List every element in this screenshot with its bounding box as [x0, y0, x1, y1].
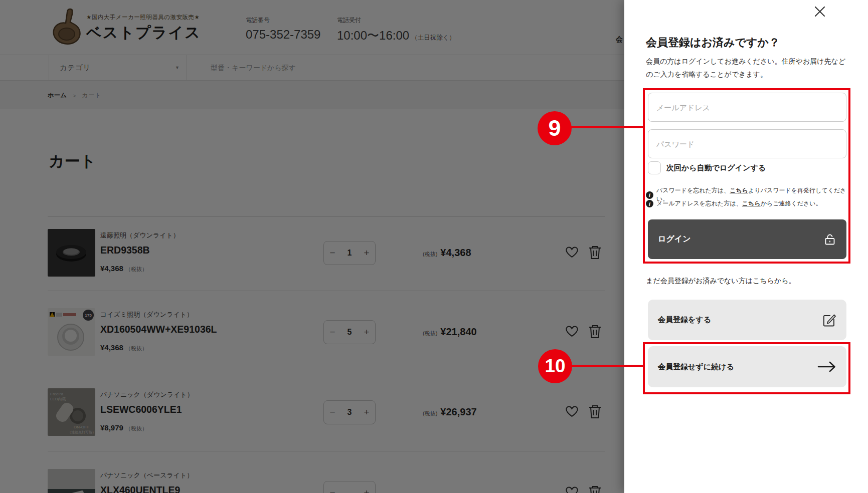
- annotation-step-10-badge: 10: [538, 349, 572, 383]
- panel-description: 会員の方はログインしてお進みください。住所やお届け先などのご入力を省略することが…: [646, 55, 848, 81]
- annotation-box-login-form: [643, 88, 850, 264]
- register-button-label: 会員登録をする: [658, 315, 711, 325]
- annotation-step-9-badge: 9: [538, 111, 572, 145]
- register-button[interactable]: 会員登録をする: [648, 300, 846, 340]
- close-icon[interactable]: [812, 4, 827, 19]
- panel-title: 会員登録はお済みですか？: [646, 35, 780, 50]
- annotation-box-guest-button: [643, 342, 850, 394]
- edit-pencil-icon: [821, 313, 836, 328]
- register-note: まだ会員登録がお済みでない方はこちらから。: [646, 277, 796, 286]
